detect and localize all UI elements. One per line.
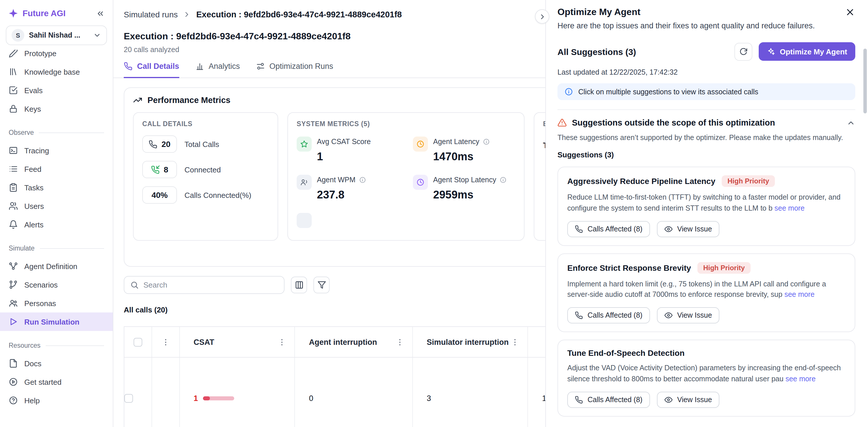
play-circle-icon [9, 377, 18, 387]
personas-icon [9, 299, 18, 308]
calls-affected-button[interactable]: Calls Affected (8) [567, 221, 650, 237]
search-box [124, 276, 284, 294]
calls-affected-button[interactable]: Calls Affected (8) [567, 391, 650, 407]
sidebar-item-scenarios[interactable]: Scenarios [0, 275, 113, 294]
close-panel-button[interactable] [845, 7, 855, 18]
metric-calls-connected-pct: 40% Calls Connected(%) [142, 186, 269, 204]
cell-agent-interruption: 0 [295, 358, 413, 427]
sidebar-item-tasks[interactable]: Tasks [0, 178, 113, 197]
sidebar-item-personas[interactable]: Personas [0, 294, 113, 312]
panel-header: Optimize My Agent [557, 7, 855, 18]
refresh-button[interactable] [735, 42, 753, 60]
sliders-icon [256, 62, 265, 70]
column-header-agent-interruption: Agent interruption [295, 327, 413, 357]
calls-affected-button[interactable]: Calls Affected (8) [567, 307, 650, 324]
clock-icon [413, 136, 428, 152]
sidebar-item-alerts[interactable]: Alerts [0, 215, 113, 234]
suggestion-card: Enforce Strict Response Brevity High Pri… [557, 253, 855, 332]
chevron-up-icon [847, 118, 855, 127]
panel-expand-button[interactable] [535, 9, 549, 24]
performance-metrics-panel: Performance Metrics CALL DETAILS 20 Tota… [124, 87, 545, 267]
sparkle-icon [767, 48, 775, 56]
priority-badge: High Priority [722, 175, 775, 187]
collapse-section-button[interactable] [847, 118, 855, 127]
page-subtitle: 20 calls analyzed [113, 42, 545, 54]
sidebar-item-knowledge-base[interactable]: Knowledge base [0, 62, 113, 81]
sidebar-item-users[interactable]: Users [0, 197, 113, 215]
search-input[interactable] [144, 281, 278, 289]
suggestions-count-label: Suggestions (3) [557, 150, 855, 159]
tab-call-details[interactable]: Call Details [124, 62, 179, 78]
main-content: Simulated runs Execution : 9efd2bd6-93e4… [113, 0, 545, 427]
app-window: Future AGI S Sahil Nishad ... Prototype … [0, 0, 868, 427]
clipped-metric-icon [297, 213, 312, 228]
optimize-my-agent-button[interactable]: Optimize My Agent [759, 42, 855, 61]
tab-optimization-runs[interactable]: Optimization Runs [256, 62, 333, 78]
sidebar-item-help[interactable]: Help [0, 391, 113, 409]
speaking-user-icon [297, 175, 312, 190]
sidebar-item-prototype[interactable]: Prototype [0, 50, 113, 62]
refresh-icon [739, 47, 748, 56]
metric-agent-latency: Agent Latency 1470ms [413, 136, 515, 163]
call-details-card: CALL DETAILS 20 Total Calls 8 Con [133, 112, 278, 241]
info-icon[interactable] [483, 138, 490, 145]
view-issue-button[interactable]: View Issue [657, 391, 719, 407]
eye-icon [664, 225, 673, 233]
info-icon[interactable] [359, 177, 366, 183]
connected-chip: 8 [142, 161, 177, 178]
sidebar: Future AGI S Sahil Nishad ... Prototype … [0, 0, 113, 427]
column-menu-icon[interactable] [161, 338, 170, 346]
last-updated: Last updated at 12/22/2025, 17:42:32 [557, 68, 855, 77]
column-menu-icon[interactable] [278, 338, 286, 346]
warning-triangle-icon [557, 118, 567, 127]
sidebar-item-get-started[interactable]: Get started [0, 373, 113, 391]
select-all-checkbox[interactable] [133, 338, 142, 346]
sidebar-item-keys[interactable]: Keys [0, 99, 113, 118]
brand-row: Future AGI [0, 6, 113, 26]
brand-name: Future AGI [23, 9, 92, 18]
metric-connected: 8 Connected [142, 161, 269, 178]
column-menu-icon[interactable] [396, 338, 404, 346]
user-name: Sahil Nishad ... [29, 31, 89, 39]
all-calls-label: All calls (20) [124, 305, 535, 314]
bar-chart-icon [195, 62, 204, 70]
panel-title: Optimize My Agent [557, 7, 641, 18]
breadcrumb: Simulated runs Execution : 9efd2bd6-93e4… [113, 0, 545, 26]
see-more-link[interactable]: see more [785, 375, 816, 383]
list-icon [9, 164, 18, 174]
columns-button[interactable] [291, 277, 307, 293]
table-row[interactable]: 1 0 3 15 [124, 358, 545, 427]
out-of-scope-section: Suggestions outside the scope of this op… [557, 109, 855, 416]
chevrons-left-icon [96, 9, 105, 18]
funnel-icon [317, 281, 326, 289]
out-of-scope-header[interactable]: Suggestions outside the scope of this op… [557, 118, 855, 127]
column-menu-icon[interactable] [511, 338, 520, 346]
info-icon[interactable] [500, 177, 506, 183]
suggestions-header: All Suggestions (3) Optimize My Agent [557, 42, 855, 61]
sidebar-item-run-simulation[interactable]: Run Simulation [0, 312, 113, 331]
sidebar-item-agent-definition[interactable]: Agent Definition [0, 257, 113, 275]
document-icon [9, 359, 18, 368]
optimize-agent-panel: Optimize My Agent Here are the top issue… [545, 0, 868, 427]
sidebar-item-docs[interactable]: Docs [0, 354, 113, 373]
sidebar-item-tracing[interactable]: Tracing [0, 141, 113, 160]
user-menu[interactable]: S Sahil Nishad ... [6, 26, 107, 45]
row-checkbox[interactable] [124, 394, 133, 402]
see-more-link[interactable]: see more [784, 291, 814, 299]
sidebar-item-evals[interactable]: Evals [0, 81, 113, 99]
cell-simulator-interruption: 3 [413, 358, 528, 427]
collapse-sidebar-button[interactable] [96, 9, 105, 18]
filter-button[interactable] [313, 277, 330, 293]
tab-analytics[interactable]: Analytics [195, 62, 240, 78]
bell-icon [9, 220, 18, 229]
sidebar-item-feed[interactable]: Feed [0, 160, 113, 178]
phone-incoming-icon [151, 165, 160, 174]
view-issue-button[interactable]: View Issue [657, 221, 719, 237]
view-issue-button[interactable]: View Issue [657, 307, 719, 324]
breadcrumb-root-link[interactable]: Simulated runs [124, 10, 178, 19]
see-more-link[interactable]: see more [775, 204, 805, 212]
scrollbar-thumb[interactable] [863, 49, 867, 113]
terminal-icon [9, 146, 18, 155]
cell-clipped: 15 [528, 358, 545, 427]
calls-table: CSAT Agent interruption Simulator interr… [124, 326, 545, 427]
